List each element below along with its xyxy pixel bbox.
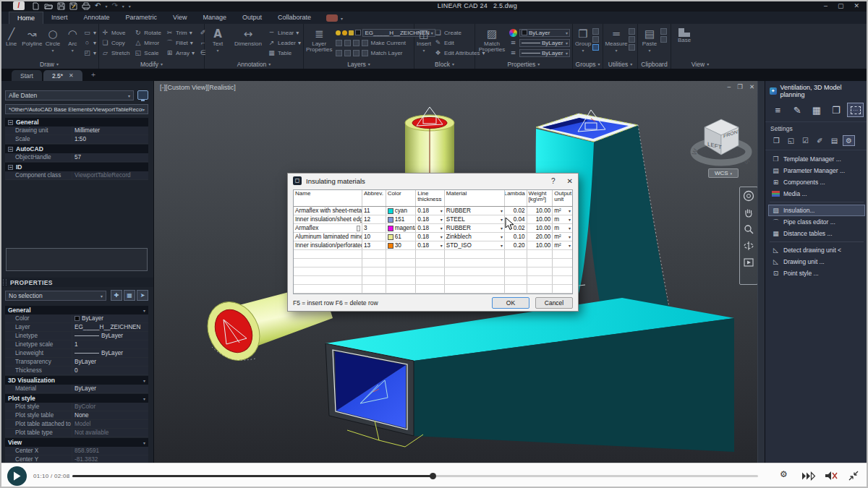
circle-button[interactable]: Circle▾ [43,26,61,53]
redo-dropdown-icon[interactable]: ▾ [122,4,124,9]
measure-button[interactable]: Measure▾ [605,26,627,53]
cell-thickness[interactable]: 0.18▾ [416,241,445,249]
frame-tool-icon[interactable]: ❒ [770,135,783,146]
settings-mode-icon[interactable]: ··· [847,103,864,117]
material-row[interactable]: Armaflex3magenta0.18▾RUBBER▾0.0210.00m▾ [294,224,572,233]
cell-lambda[interactable]: 0.02 [505,224,527,232]
col-header-thickness[interactable]: Line thickness [416,190,445,206]
chevron-down-icon[interactable]: ▾ [143,440,145,445]
cell-abbrev[interactable]: 11 [362,207,386,215]
wcs-select[interactable]: WCS▾ [708,168,739,178]
cut-icon[interactable] [660,28,667,35]
cell-name[interactable]: Armaflex [294,224,362,232]
vp-close-icon[interactable]: ✕ [749,83,754,90]
object-color-select[interactable]: ByLayer▾ [519,29,570,37]
linear-button[interactable]: Linear▾ [268,28,301,37]
ribbon-menu-arrow-icon[interactable]: ▾ [341,16,343,21]
cell-name[interactable]: Aluminum laminated mineral wool [294,233,362,241]
property-row[interactable]: LineweightByLayer [5,349,148,358]
cell-weight[interactable]: 20.00 [527,233,553,241]
cell-name[interactable]: Armaflex with sheet-metal jacket [294,207,362,215]
ribbon-tab-home[interactable]: Home [9,12,43,24]
progress-knob[interactable] [430,473,436,479]
player-settings-icon[interactable]: ⚙ [780,469,788,479]
property-row[interactable]: Component classViewportTableRecord [5,171,148,180]
quick-calc-icon[interactable] [629,36,635,43]
property-row[interactable]: Plot table attached toModel [5,420,148,429]
sidebar-item-drawing-unit[interactable]: ◺Drawing unit ... [768,256,865,267]
dropdown-arrow-icon[interactable]: ▾ [441,217,443,222]
group-label-properties[interactable]: Properties▾ [475,59,572,69]
group-header[interactable]: −General [5,118,148,127]
scale-button[interactable]: Scale [134,48,161,57]
empty-cell[interactable] [527,285,553,293]
sidebar-item-components[interactable]: ⊞Components ... [768,176,865,188]
group-header[interactable]: −ID [5,163,148,171]
property-row[interactable]: LinetypeByLayer [5,332,148,341]
redo-icon[interactable]: ↷ [111,2,117,9]
ribbon-tab-view[interactable]: View [165,12,195,24]
cell-thickness[interactable]: 0.18▾ [416,215,445,223]
sidebar-item-insulation[interactable]: ▨Insulation... [768,205,865,216]
vp-restore-icon[interactable]: ❐ [737,83,743,90]
empty-cell[interactable] [362,276,386,284]
cell-weight[interactable]: 10.00 [527,224,553,232]
dropdown-arrow-icon[interactable]: ▾ [441,234,443,239]
cell-abbrev[interactable]: 13 [362,241,386,249]
document-mode-icon[interactable]: ❐ [827,103,844,117]
text-button[interactable]: Text▾ [207,26,229,53]
property-row[interactable]: Plot styleByColor [5,403,148,411]
material-row[interactable]: Armaflex with sheet-metal jacket11cyan0.… [294,207,572,215]
mirror-button[interactable]: Mirror [134,38,161,47]
material-row[interactable]: Aluminum laminated mineral wool10610.18▾… [294,233,572,241]
trim-button[interactable]: Trim▾ [166,28,195,37]
cell-color[interactable]: 61 [386,233,417,241]
cell-lambda[interactable]: 0.20 [505,241,527,249]
group-label-block[interactable]: Block▾ [414,59,475,69]
cell-unit[interactable]: m²▾ [553,207,572,215]
layer-lock-icon[interactable] [349,30,354,35]
group-label-view[interactable]: View▾ [671,59,729,69]
cell-abbrev[interactable]: 10 [362,233,386,241]
toggle-pickadd-icon[interactable]: ✚ [111,290,122,301]
id-point-icon[interactable] [629,44,635,51]
empty-cell[interactable] [553,285,572,293]
copy-button[interactable]: Copy [101,38,129,47]
duct-horizontal[interactable] [326,298,734,452]
empty-cell[interactable] [362,250,386,258]
property-row[interactable]: Linetype scale1 [5,341,148,349]
playback-speed-icon[interactable] [801,471,816,484]
undo-dropdown-icon[interactable]: ▾ [105,4,107,9]
property-row[interactable]: Plot table typeNot available [5,429,148,437]
dropdown-arrow-icon[interactable]: ▾ [569,208,571,213]
mute-icon[interactable] [825,471,838,484]
cell-name[interactable]: Inner insulation/sheet edges.. [294,215,362,223]
property-row[interactable]: LayerEG_____H__ZEICHNEN [5,323,148,332]
empty-cell[interactable] [386,250,417,258]
cell-unit[interactable]: m²▾ [553,233,572,241]
sidebar-item-distance-tables[interactable]: ▦Distance tables ... [768,228,865,239]
property-row[interactable]: Center Y-81.3832 [5,455,148,463]
calculation-mode-icon[interactable]: ▦ [809,103,825,117]
dropdown-arrow-icon[interactable]: ▾ [441,243,443,248]
material-row[interactable]: Inner insulation/perforated sheet..13300… [294,241,572,250]
sidebar-item-media[interactable]: Media ... [768,188,865,200]
empty-cell[interactable] [445,276,505,284]
col-header-material[interactable]: Material [445,190,505,206]
property-row[interactable]: ObjectHandle57 [5,153,148,162]
empty-row[interactable] [294,285,572,294]
empty-row[interactable] [294,259,572,267]
ribbon-tab-manage[interactable]: Manage [195,12,234,24]
dropdown-arrow-icon[interactable]: ▾ [501,234,503,239]
dropdown-arrow-icon[interactable]: ▾ [569,217,571,222]
match-properties-button[interactable]: Match Properties [477,26,506,53]
cell-abbrev[interactable]: 12 [362,215,386,223]
menu-icon[interactable]: ≡ [770,103,786,117]
dialog-close-icon[interactable]: ✕ [567,177,573,185]
cell-weight[interactable]: 10.00 [527,241,553,249]
empty-cell[interactable] [505,250,527,258]
cell-thickness[interactable]: 0.18▾ [416,207,445,215]
empty-row[interactable] [294,250,572,259]
group-label-draw[interactable]: Draw▾ [0,59,98,69]
linetype-select[interactable]: ByLayer▾ [519,49,570,57]
